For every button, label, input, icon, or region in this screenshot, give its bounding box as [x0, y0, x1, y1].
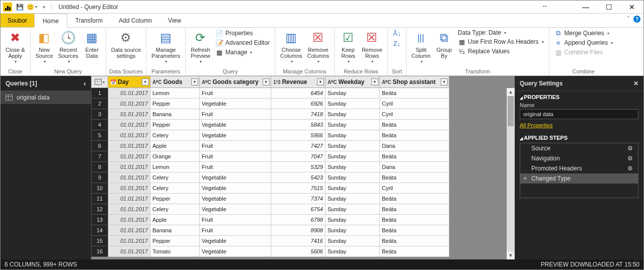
cell[interactable]: 8908	[271, 225, 326, 236]
cell[interactable]: 6454	[271, 88, 326, 99]
cell[interactable]: Beáta	[380, 172, 449, 183]
cell[interactable]: 7047	[271, 151, 326, 162]
collapse-pane-icon[interactable]: ‹	[84, 79, 86, 87]
smiley-icon[interactable]: 🙂▾	[27, 2, 37, 12]
filter-icon[interactable]: ▾	[441, 78, 448, 85]
split-column-button[interactable]: ⫼Split Column▾	[410, 29, 433, 65]
cell[interactable]: 01.01.2017	[108, 194, 150, 204]
cell[interactable]: Fruit	[200, 151, 271, 162]
table-row[interactable]: 1301.01.2017AppleFruit6798SundayBeáta	[91, 215, 515, 225]
cell[interactable]: Dana	[380, 162, 449, 172]
table-row[interactable]: 301.01.2017BananaFruit7418SundayCyril	[91, 109, 515, 120]
file-tab[interactable]: Soubor	[1, 14, 34, 27]
query-item-original-data[interactable]: original data	[1, 91, 91, 104]
cell[interactable]: Vegetable	[200, 99, 271, 109]
cell[interactable]: 7416	[271, 236, 326, 246]
cell[interactable]: Banana	[150, 109, 200, 120]
remove-columns-button[interactable]: ☒Remove Columns▾	[305, 29, 331, 65]
cell[interactable]: Sunday	[326, 141, 380, 151]
row-number[interactable]: 3	[91, 109, 108, 120]
cell[interactable]: Sunday	[326, 183, 380, 194]
table-row[interactable]: 1601.01.2017TomatoVegetable5606SundayBeá…	[91, 246, 515, 257]
cell[interactable]: Fruit	[200, 109, 271, 120]
cell[interactable]: Sunday	[326, 109, 380, 120]
cell[interactable]: Sunday	[326, 120, 380, 130]
cell[interactable]: Lemon	[150, 162, 200, 172]
maximize-button[interactable]: ☐	[597, 1, 620, 14]
row-number[interactable]: 5	[91, 130, 108, 141]
cell[interactable]: Sunday	[326, 194, 380, 204]
cell[interactable]: Fruit	[200, 215, 271, 225]
cell[interactable]: Beáta	[380, 236, 449, 246]
cell[interactable]: Sunday	[326, 172, 380, 183]
table-row[interactable]: 601.01.2017AppleFruit7427SundayDana	[91, 141, 515, 151]
cell[interactable]: 5956	[271, 130, 326, 141]
cell[interactable]: Dana	[380, 141, 449, 151]
cell[interactable]: Beáta	[380, 215, 449, 225]
cell[interactable]: Celery	[150, 172, 200, 183]
row-number[interactable]: 10	[91, 183, 108, 194]
column-header-day[interactable]: 📅Day▾	[108, 76, 150, 88]
column-header-weekday[interactable]: AᴮCWeekday▾	[326, 76, 380, 88]
replace-values-button[interactable]: ¹⁄₂Replace Values	[456, 47, 546, 56]
step-source[interactable]: Source⚙	[520, 143, 638, 153]
gear-icon[interactable]: ⚙	[627, 145, 633, 152]
cell[interactable]: 01.01.2017	[108, 120, 150, 130]
minimize-button[interactable]: —	[574, 1, 597, 14]
cell[interactable]: Fruit	[200, 162, 271, 172]
row-number[interactable]: 1	[91, 88, 108, 99]
cell[interactable]: Sunday	[326, 225, 380, 236]
row-number[interactable]: 4	[91, 120, 108, 130]
all-properties-link[interactable]: All Properties	[520, 122, 552, 128]
cell[interactable]: 01.01.2017	[108, 141, 150, 151]
cell[interactable]: Tomato	[150, 246, 200, 257]
scroll-down-icon[interactable]: ▼	[507, 251, 515, 259]
cell[interactable]: Beáta	[380, 120, 449, 130]
table-row[interactable]: 901.01.2017CeleryVegetable5423SundayBeát…	[91, 172, 515, 183]
cell[interactable]: 5423	[271, 172, 326, 183]
scroll-up-icon[interactable]: ▲	[507, 88, 515, 96]
save-icon[interactable]: 💾	[15, 2, 25, 12]
cell[interactable]: Pepper	[150, 194, 200, 204]
cell[interactable]: 01.01.2017	[108, 236, 150, 246]
cell[interactable]: Beáta	[380, 130, 449, 141]
tab-home[interactable]: Home	[34, 14, 67, 28]
cell[interactable]: 5329	[271, 162, 326, 172]
table-row[interactable]: 501.01.2017CeleryVegetable5956SundayBeát…	[91, 130, 515, 141]
row-number[interactable]: 12	[91, 204, 108, 215]
filter-icon[interactable]: ▾	[371, 78, 378, 85]
row-number[interactable]: 14	[91, 225, 108, 236]
corner-button[interactable]: ▾	[91, 76, 108, 88]
table-row[interactable]: 101.01.2017LemonFruit6454SundayBeáta	[91, 88, 515, 99]
sort-asc-button[interactable]: Å↓	[391, 29, 403, 38]
cell[interactable]: Vegetable	[200, 246, 271, 257]
column-header-goods-category[interactable]: AᴮCGoods category▾	[200, 76, 271, 88]
query-name-input[interactable]	[520, 109, 638, 119]
cell[interactable]: 01.01.2017	[108, 99, 150, 109]
enter-data-button[interactable]: ▦Enter Data	[82, 29, 103, 60]
new-source-button[interactable]: ◧New Source▾	[34, 29, 55, 65]
cell[interactable]: Vegetable	[200, 172, 271, 183]
table-row[interactable]: 1401.01.2017BananaFruit8908SundayBeáta	[91, 225, 515, 236]
table-row[interactable]: 1501.01.2017PepperVegetable7416SundayBeá…	[91, 236, 515, 246]
cell[interactable]: Fruit	[200, 225, 271, 236]
row-number[interactable]: 15	[91, 236, 108, 246]
row-number[interactable]: 9	[91, 172, 108, 183]
merge-queries-button[interactable]: ⧉Merge Queries▾	[552, 29, 615, 38]
cell[interactable]: 01.01.2017	[108, 172, 150, 183]
close-apply-button[interactable]: ✖Close & Apply▾	[4, 29, 27, 65]
help-icon[interactable]: ?	[633, 16, 640, 23]
cell[interactable]: Beáta	[380, 246, 449, 257]
row-number[interactable]: 8	[91, 162, 108, 172]
cell[interactable]: Beáta	[380, 225, 449, 236]
cell[interactable]: 01.01.2017	[108, 130, 150, 141]
remove-rows-button[interactable]: ☒Remove Rows▾	[360, 29, 384, 65]
cell[interactable]: Apple	[150, 141, 200, 151]
cell[interactable]: Sunday	[326, 246, 380, 257]
cell[interactable]: Celery	[150, 130, 200, 141]
table-row[interactable]: 1001.01.2017CeleryVegetable7515SundayCyr…	[91, 183, 515, 194]
cell[interactable]: Orange	[150, 151, 200, 162]
cell[interactable]: Cyril	[380, 109, 449, 120]
cell[interactable]: 7427	[271, 141, 326, 151]
table-row[interactable]: 701.01.2017OrangeFruit7047SundayBeáta	[91, 151, 515, 162]
